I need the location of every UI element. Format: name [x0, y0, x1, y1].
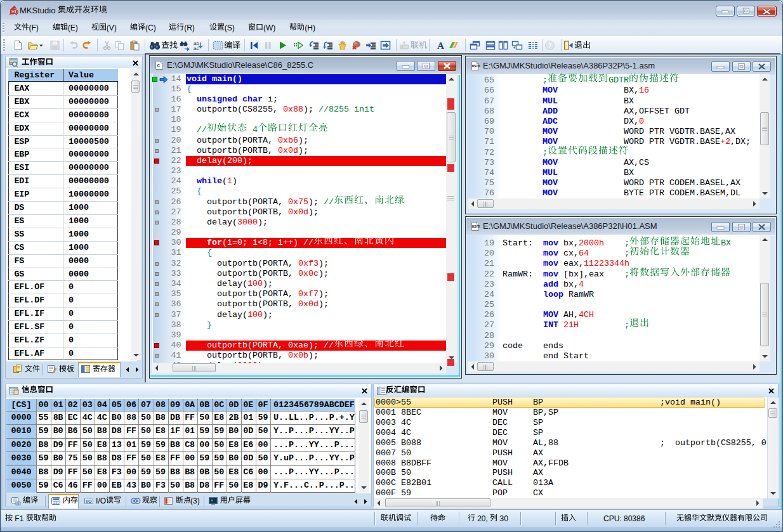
- svg-text:ac: ac: [194, 46, 199, 51]
- svg-text:c: c: [157, 63, 160, 69]
- svg-text:I/O: I/O: [86, 499, 92, 503]
- svg-text:A: A: [437, 41, 444, 51]
- svg-text:asm: asm: [472, 63, 480, 68]
- svg-text:?: ?: [548, 41, 552, 50]
- svg-text:asm: asm: [472, 224, 480, 228]
